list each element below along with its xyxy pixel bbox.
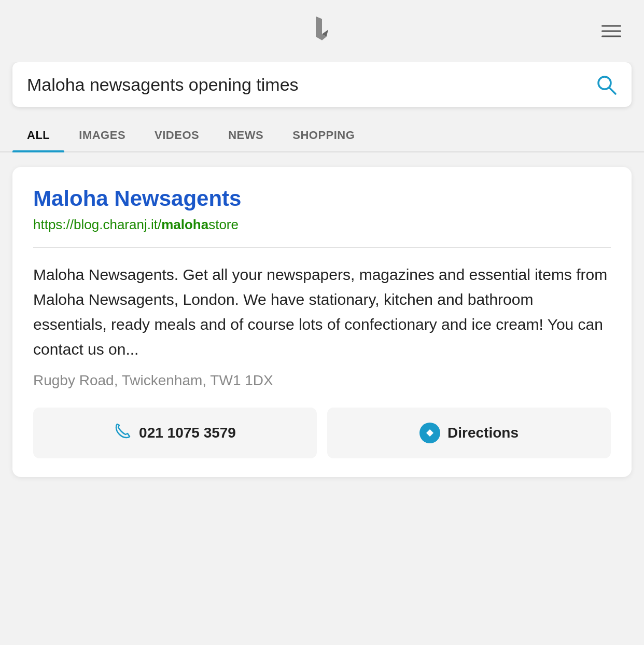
hamburger-line-2 [601,31,621,32]
result-divider [33,247,611,248]
directions-label: Directions [447,425,519,441]
tab-all[interactable]: ALL [12,119,64,151]
svg-line-3 [609,88,615,94]
tabs-nav: ALL IMAGES VIDEOS NEWS SHOPPING [0,119,644,152]
url-suffix: store [208,217,239,232]
hamburger-line-3 [601,36,621,37]
result-address: Rugby Road, Twickenham, TW1 1DX [33,372,611,389]
result-description: Maloha Newsagents. Get all your newspape… [33,262,611,362]
result-url[interactable]: https://blog.charanj.it/malohastore [33,217,611,233]
hamburger-line-1 [601,25,621,27]
search-container [0,62,644,119]
search-box [12,62,632,107]
header [0,0,644,62]
action-buttons: 021 1075 3579 Directions [33,408,611,458]
svg-marker-0 [316,16,327,40]
search-icon [595,74,617,95]
directions-icon [419,423,440,443]
directions-button[interactable]: Directions [327,408,611,458]
phone-number: 021 1075 3579 [139,425,236,441]
search-input[interactable] [27,75,595,95]
url-prefix: https://blog.charanj.it/ [33,217,161,232]
tab-news[interactable]: NEWS [214,119,278,151]
phone-icon [114,422,132,444]
bing-logo [306,15,338,48]
search-button[interactable] [595,74,617,95]
tab-images[interactable]: IMAGES [64,119,140,151]
phone-button[interactable]: 021 1075 3579 [33,408,317,458]
hamburger-menu-button[interactable] [599,23,623,39]
url-bold: maloha [161,217,208,232]
result-title[interactable]: Maloha Newsagents [33,186,611,212]
results-area: Maloha Newsagents https://blog.charanj.i… [0,152,644,492]
result-card: Maloha Newsagents https://blog.charanj.i… [12,167,632,477]
tab-shopping[interactable]: SHOPPING [278,119,369,151]
tab-videos[interactable]: VIDEOS [140,119,214,151]
